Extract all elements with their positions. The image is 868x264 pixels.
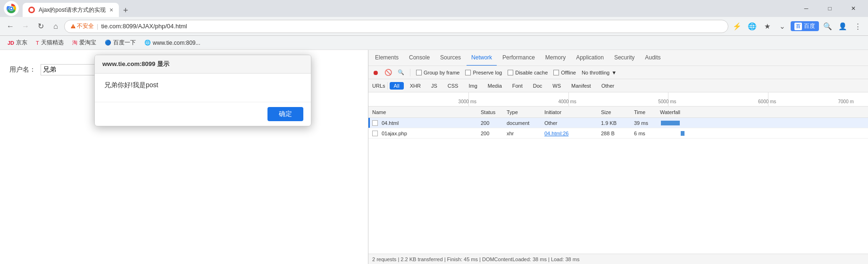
row1-size: 1.9 KB	[601, 120, 634, 126]
preserve-log-option[interactable]: Preserve log	[465, 70, 502, 75]
profile-icon[interactable]: 👤	[836, 20, 849, 33]
home-button[interactable]: ⌂	[49, 20, 62, 33]
reload-button[interactable]: ↻	[34, 20, 47, 33]
row2-type: xhr	[507, 131, 544, 136]
filter-doc[interactable]: Doc	[529, 82, 547, 90]
row1-name-text: 04.html	[382, 120, 399, 126]
filter-manifest[interactable]: Manifest	[567, 82, 595, 90]
row1-time: 39 ms	[634, 120, 660, 126]
timeline-tick-5: 7000 m	[838, 99, 853, 104]
svg-text:!: !	[73, 25, 74, 28]
filter-bar: URLs All XHR JS CSS Img Media Font Doc W…	[368, 79, 868, 92]
bookmark-tmall[interactable]: T 天猫精选	[32, 38, 67, 48]
record-button[interactable]: ⏺	[372, 69, 379, 76]
timeline-bar: 3000 ms 4000 ms 5000 ms 6000 ms 7000 m	[368, 92, 868, 107]
timeline-tick-1: 3000 ms	[459, 99, 476, 104]
row1-status: 200	[481, 120, 507, 126]
chrome-logo-icon	[4, 1, 19, 16]
clear-button[interactable]: 🚫	[384, 69, 392, 76]
filter-img[interactable]: Img	[464, 82, 481, 90]
tab-security[interactable]: Security	[609, 50, 639, 66]
security-warning: ! 不安全	[70, 22, 94, 30]
tab-console[interactable]: Console	[404, 50, 434, 66]
lightning-icon[interactable]: ⚡	[730, 20, 743, 33]
alert-ok-button[interactable]: 确定	[267, 107, 303, 121]
header-size: Size	[601, 109, 634, 115]
group-by-frame-checkbox[interactable]	[416, 70, 422, 75]
filter-css[interactable]: CSS	[443, 82, 463, 90]
back-button[interactable]: ←	[4, 20, 17, 33]
row2-initiator[interactable]: 04.html:26	[544, 131, 601, 136]
filter-js[interactable]: JS	[427, 82, 442, 90]
row2-name: 01ajax.php	[372, 131, 481, 136]
throttling-dropdown[interactable]: No throttling ▼	[582, 70, 617, 75]
filter-all[interactable]: All	[390, 82, 404, 90]
bookmark-icon[interactable]: ★	[760, 20, 774, 33]
active-tab[interactable]: Ajax的post请求方式的实现 ×	[23, 3, 119, 17]
network-table[interactable]: Name Status Type Initiator Size Time Wat…	[368, 107, 868, 254]
row2-waterfall-bar	[681, 131, 684, 136]
warning-icon: !	[70, 24, 76, 29]
offline-option[interactable]: Offline	[553, 70, 576, 75]
header-waterfall: Waterfall	[660, 109, 864, 115]
filter-ws[interactable]: WS	[548, 82, 565, 90]
page-content: 用户名： 提交 www.tie.com:8099 显示 兄弟你好!我是post …	[0, 50, 368, 264]
maximize-button[interactable]: □	[819, 1, 841, 16]
table-row[interactable]: 04.html 200 document Other 1.9 KB 39 ms	[368, 118, 868, 128]
minimize-button[interactable]: ─	[795, 1, 817, 16]
translate-icon[interactable]: 🌐	[745, 20, 759, 33]
tab-strip: Ajax的post请求方式的实现 × +	[23, 0, 792, 17]
offline-checkbox[interactable]	[553, 70, 559, 75]
disable-cache-label: Disable cache	[515, 70, 548, 75]
row2-checkbox[interactable]	[372, 131, 378, 136]
tab-elements[interactable]: Elements	[370, 50, 403, 66]
menu-icon[interactable]: ⋮	[851, 20, 864, 33]
bookmark-taobao[interactable]: 淘 爱淘宝	[68, 38, 100, 48]
forward-button[interactable]: →	[19, 20, 32, 33]
filter-toggle[interactable]: 🔍	[398, 69, 404, 75]
preserve-log-checkbox[interactable]	[465, 70, 471, 75]
filter-other[interactable]: Other	[597, 82, 619, 90]
baidu-label: 百度	[804, 22, 815, 30]
throttling-label: No throttling	[582, 70, 609, 75]
filter-media[interactable]: Media	[484, 82, 506, 90]
header-initiator: Initiator	[544, 109, 601, 115]
bookmark-tie[interactable]: 🌐 www.tie.com:809...	[141, 39, 204, 47]
tab-memory[interactable]: Memory	[541, 50, 570, 66]
bookmarks-bar: JD 京东 T 天猫精选 淘 爱淘宝 🔵 百度一下 🌐 www.tie.com:…	[0, 36, 868, 50]
filter-divider	[387, 82, 388, 90]
address-separator: |	[97, 23, 98, 30]
tab-performance[interactable]: Performance	[498, 50, 540, 66]
baidu-search-box[interactable]: 百 百度	[791, 21, 819, 31]
group-by-frame-option[interactable]: Group by frame	[416, 70, 459, 75]
tab-title: Ajax的post请求方式的实现	[39, 6, 106, 14]
tab-audits[interactable]: Audits	[640, 50, 665, 66]
tab-network[interactable]: Network	[467, 50, 497, 66]
new-tab-button[interactable]: +	[119, 4, 132, 17]
url-text: tie.com:8099/AJAX/php/04.html	[101, 23, 187, 30]
row2-status: 200	[481, 131, 507, 136]
filter-xhr[interactable]: XHR	[406, 82, 425, 90]
alert-dialog: www.tie.com:8099 显示 兄弟你好!我是post 确定	[94, 55, 311, 126]
header-status: Status	[481, 109, 507, 115]
disable-cache-option[interactable]: Disable cache	[508, 70, 548, 75]
search-icon[interactable]: 🔍	[821, 20, 834, 33]
bookmark-jd[interactable]: JD 京东	[4, 38, 31, 48]
filter-font[interactable]: Font	[508, 82, 527, 90]
address-bar[interactable]: ! 不安全 | tie.com:8099/AJAX/php/04.html	[64, 20, 728, 33]
bookmark-baidu[interactable]: 🔵 百度一下	[101, 38, 140, 48]
title-bar: Ajax的post请求方式的实现 × + ─ □ ✕	[0, 0, 868, 17]
disable-cache-checkbox[interactable]	[508, 70, 513, 75]
navigation-bar: ← → ↻ ⌂ ! 不安全 | tie.com:8099/AJAX/php/04…	[0, 17, 868, 36]
main-area: 用户名： 提交 www.tie.com:8099 显示 兄弟你好!我是post …	[0, 50, 868, 264]
expand-icon[interactable]: ⌄	[776, 20, 789, 33]
tab-application[interactable]: Application	[571, 50, 609, 66]
table-row[interactable]: 01ajax.php 200 xhr 04.html:26 288 B 6 ms	[368, 128, 868, 139]
tab-close-button[interactable]: ×	[109, 6, 113, 14]
row1-checkbox[interactable]	[372, 120, 378, 126]
clear-icon: 🚫	[384, 69, 392, 76]
row1-name: 04.html	[372, 120, 481, 126]
tab-sources[interactable]: Sources	[435, 50, 466, 66]
header-name: Name	[372, 109, 481, 115]
close-button[interactable]: ✕	[843, 1, 864, 16]
